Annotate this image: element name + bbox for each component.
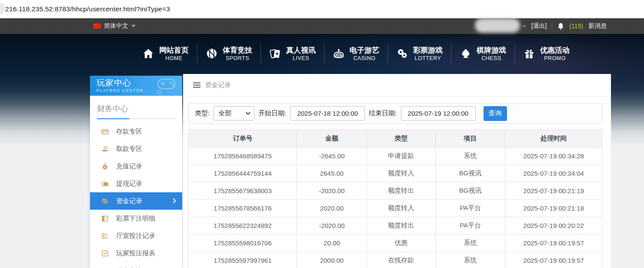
funds-record-table: 订单号 金额 类型 项目 处理时间 1752856468589475 -2645… — [188, 130, 602, 268]
gift-icon — [523, 47, 535, 60]
sidebar-item-label: 彩票下注明细 — [116, 214, 155, 223]
cell-order-id: 1752856444759144 — [189, 165, 297, 182]
nav-item-promo[interactable]: 优惠活动 PROMO — [515, 44, 578, 64]
sidebar-item-deposit-zone[interactable]: 存款专区 — [90, 123, 182, 140]
col-amount: 金额 — [297, 130, 367, 147]
nav-item-lives[interactable]: 真人视讯 LIVES — [261, 44, 324, 64]
sidebar-item-label: 取款专区 — [116, 145, 142, 153]
sidebar-item-hall-bet-records[interactable]: 厅室投注记录 — [90, 227, 182, 245]
sidebar-header: 玩家中心 PLAYERS CENTER — [90, 76, 182, 96]
col-order-id: 订单号 — [189, 130, 297, 147]
sidebar-item-lottery-bet-details[interactable]: 彩票下注明细 — [90, 210, 182, 227]
table-row: 1752855598016706 20.00 优惠 系统 2025-07-19 … — [189, 234, 602, 252]
nav-lottery-zh: 彩票游戏 — [413, 46, 443, 55]
new-messages-link[interactable]: 新消息 — [588, 22, 607, 30]
cell-amount: -2020.00 — [297, 182, 367, 200]
content-header: 资金记录 — [183, 74, 611, 97]
coins-stack-icon — [101, 198, 109, 205]
language-selector[interactable]: 简体中文 — [93, 22, 136, 30]
sidebar-item-withdraw-zone[interactable]: 取款专区 — [90, 140, 182, 157]
cell-order-id: 1752856468589475 — [189, 147, 297, 165]
spade-icon — [460, 47, 472, 60]
sidebar-item-withdrawal-records[interactable]: 提现记录 — [90, 175, 182, 192]
end-date-label: 结束日期: — [369, 109, 397, 117]
select-chevron-down-icon — [246, 112, 250, 115]
cell-project: PA平台 — [435, 200, 505, 217]
chevron-down-icon — [131, 25, 136, 27]
nav-chess-en: CHESS — [477, 55, 506, 62]
gamepad-icon — [155, 77, 179, 95]
cell-project: 系统 — [435, 234, 505, 252]
lottery-balls-icon — [396, 47, 408, 60]
cell-order-id: 1752855622324892 — [189, 217, 297, 234]
nav-lives-en: LIVES — [286, 55, 316, 62]
cell-type: 额度转入 — [367, 200, 435, 217]
cell-project: BG视讯 — [435, 165, 505, 182]
cell-time: 2025-07-19 00:34:28 — [505, 147, 602, 165]
hand-money-icon — [101, 145, 109, 153]
ledger-book-icon — [101, 215, 109, 222]
cell-amount: -2020.00 — [297, 217, 367, 234]
sidebar-item-label: 存款专区 — [116, 127, 142, 136]
start-date-label: 开始日期: — [258, 109, 286, 117]
sidebar: 玩家中心 PLAYERS CENTER 财务中心 存款专区 — [90, 76, 182, 268]
start-date-input[interactable] — [290, 106, 365, 121]
nav-promo-zh: 优惠活动 — [540, 46, 570, 55]
report-chart-icon — [101, 250, 109, 257]
sidebar-item-label: 提现记录 — [116, 180, 142, 188]
nav-home-zh: 网站首页 — [159, 46, 189, 55]
sidebar-item-promo-apply[interactable]: 优惠申请 — [90, 262, 182, 268]
cell-type: 在线存款 — [367, 252, 435, 268]
table-row: 1752855679638003 -2020.00 额度转出 BG视讯 2025… — [189, 182, 602, 200]
sidebar-item-label: 厅室投注记录 — [116, 232, 155, 240]
sidebar-item-recharge-records[interactable]: 充值记录 — [90, 157, 182, 175]
nav-promo-en: PROMO — [540, 55, 570, 62]
nav-lottery-en: LOTTERY — [413, 55, 443, 62]
nav-item-chess[interactable]: 棋牌游戏 CHESS — [451, 44, 515, 64]
url-text[interactable]: 216.118.235.52:8783/hhcp/usercenter.html… — [5, 5, 170, 13]
browser-edge-decoration — [0, 3, 5, 14]
cell-time: 2025-07-19 00:34:04 — [505, 165, 602, 182]
cell-order-id: 1752855678566176 — [189, 200, 297, 217]
sidebar-item-player-bet-report[interactable]: 玩家投注报表 — [90, 245, 182, 262]
col-project: 项目 — [435, 130, 505, 147]
username-blurred[interactable] — [475, 18, 520, 33]
sidebar-item-label: 玩家投注报表 — [116, 249, 155, 258]
type-select[interactable]: 全部 — [214, 106, 254, 121]
cell-amount: 2645.00 — [297, 165, 367, 182]
wallet-cards-icon — [101, 180, 109, 188]
nav-casino-en: CASINO — [350, 55, 379, 62]
cell-type: 额度转出 — [367, 217, 435, 234]
nav-item-casino[interactable]: 电子游艺 CASINO — [324, 44, 388, 64]
home-icon — [142, 47, 154, 60]
sidebar-item-label: 资金记录 — [116, 197, 142, 205]
bell-icon[interactable] — [557, 23, 564, 30]
nav-item-lottery[interactable]: 彩票游戏 LOTTERY — [388, 44, 451, 64]
cell-time: 2025-07-19 00:21:19 — [505, 182, 602, 200]
cell-amount: 2020.00 — [297, 200, 367, 217]
list-icon — [101, 232, 109, 240]
nav-item-sports[interactable]: 体育竞技 SPORTS — [197, 44, 261, 64]
end-date-input[interactable] — [401, 106, 476, 121]
table-row: 1752855678566176 2020.00 额度转入 PA平台 2025-… — [189, 200, 602, 217]
playing-cards-icon — [269, 47, 281, 60]
search-button[interactable]: 查询 — [484, 106, 507, 121]
logout-button[interactable]: [退出] — [531, 22, 547, 30]
sidebar-menu: 存款专区 取款专区 充值记录 — [90, 123, 182, 268]
table-row: 1752855622324892 -2020.00 额度转出 PA平台 2025… — [189, 217, 602, 234]
filter-bar: 类型: 全部 开始日期: 结束日期: 查询 — [188, 103, 602, 124]
type-select-value: 全部 — [218, 109, 231, 117]
sidebar-item-funds-records[interactable]: 资金记录 — [90, 192, 182, 210]
cell-order-id: 1752855598016706 — [189, 234, 297, 252]
cell-type: 额度转出 — [367, 182, 435, 200]
cell-order-id: 1752855597997961 — [189, 252, 297, 268]
cell-time: 2025-07-19 00:20:22 — [505, 217, 602, 234]
cell-type: 申请提款 — [367, 147, 435, 165]
cell-project: 系统 — [435, 252, 505, 268]
cell-time: 2025-07-19 00:21:18 — [505, 200, 602, 217]
nav-home-en: HOME — [159, 55, 189, 62]
browser-url-bar[interactable]: 216.118.235.52:8783/hhcp/usercenter.html… — [0, 0, 644, 18]
table-header-row: 订单号 金额 类型 项目 处理时间 — [189, 130, 602, 147]
nav-item-home[interactable]: 网站首页 HOME — [134, 44, 197, 64]
roulette-icon — [333, 47, 345, 60]
